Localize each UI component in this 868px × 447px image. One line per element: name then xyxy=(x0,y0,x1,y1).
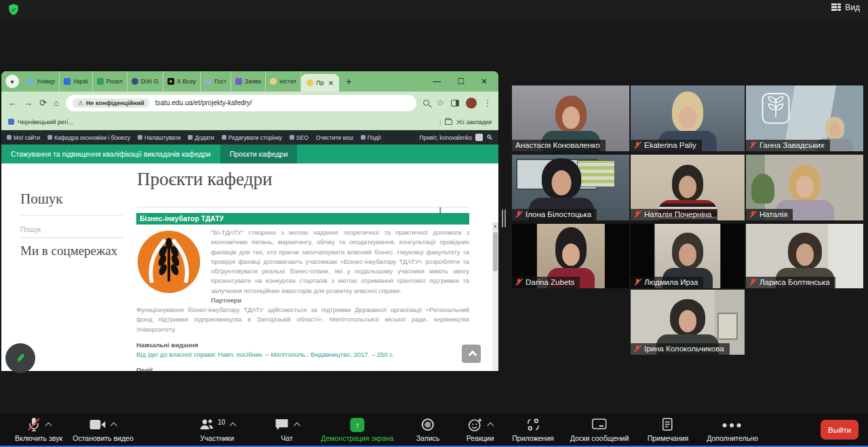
forward-icon[interactable]: → xyxy=(24,98,33,108)
admin-events[interactable]: Події xyxy=(361,134,381,141)
home-icon xyxy=(47,135,52,140)
participant-tile[interactable]: Лариса Болтянська xyxy=(746,224,863,288)
share-screen-icon: ↑ xyxy=(350,418,364,432)
reload-icon[interactable]: ⟳ xyxy=(39,98,47,108)
participant-tile[interactable]: Наталія Почерніна xyxy=(631,155,745,220)
apps-button[interactable]: Приложения xyxy=(512,417,553,442)
search-input[interactable] xyxy=(20,222,123,238)
stop-video-button[interactable]: Остановить видео xyxy=(73,417,133,442)
chevron-up-icon[interactable] xyxy=(45,423,52,429)
edition-link[interactable]: Від ідеї до власної справи: Навч. посібн… xyxy=(136,350,469,359)
zoom-meeting-window: Вид ▾ Універ Украї Розкл DiXi G X Всеу Г… xyxy=(0,0,868,447)
admin-greeting[interactable]: Привіт, konovalenko xyxy=(420,134,472,141)
browser-tab-3[interactable]: Розкл xyxy=(93,71,127,92)
browser-tab-8[interactable]: Інстит xyxy=(266,71,301,92)
more-button[interactable]: ●●● Дополнительно xyxy=(707,417,758,442)
bookmark-star-icon[interactable]: ☆ xyxy=(436,98,444,108)
participant-tile[interactable]: Darina Zubets xyxy=(512,224,629,288)
scrollbar-up-arrow[interactable]: ▲ xyxy=(492,222,498,230)
security-chip[interactable]: ⚠Не конфіденційний xyxy=(73,98,150,108)
scroll-to-top-button[interactable] xyxy=(462,345,481,363)
whiteboards-button[interactable]: Доски сообщений xyxy=(570,417,629,442)
zoom-page-icon[interactable] xyxy=(423,100,429,106)
leave-meeting-button[interactable]: Выйти xyxy=(821,420,859,440)
minimize-button[interactable]: — xyxy=(433,77,441,86)
participant-name: Лариса Болтянська xyxy=(760,278,830,286)
profile-avatar[interactable] xyxy=(466,98,477,109)
reactions-smiley-icon xyxy=(468,418,483,431)
mic-muted-icon xyxy=(749,141,756,149)
participants-button[interactable]: 10 Участники xyxy=(199,417,235,442)
shared-screen-browser: ▾ Універ Украї Розкл DiXi G X Всеу Гост … xyxy=(1,71,498,371)
maximize-button[interactable]: ☐ xyxy=(457,77,465,86)
encryption-shield-icon xyxy=(7,3,20,16)
reactions-button[interactable]: Реакции xyxy=(467,417,494,442)
chevron-up-icon[interactable] xyxy=(294,423,300,429)
participant-name: Анастасія Коноваленко xyxy=(515,141,600,149)
tab-favicon xyxy=(97,78,104,85)
participant-tile[interactable]: Ірина Колокольчикова xyxy=(631,290,745,355)
scrollbar-thumb[interactable] xyxy=(493,232,498,271)
view-button[interactable]: Вид xyxy=(831,3,860,12)
browser-tab-active[interactable]: Пр✕ xyxy=(301,74,339,92)
participant-tile[interactable]: Ekaterina Paliy xyxy=(631,85,745,151)
participant-name: Наталія Почерніна xyxy=(644,210,712,218)
admin-customize[interactable]: Налаштувати xyxy=(138,134,180,141)
participant-label: Ірина Колокольчикова xyxy=(631,343,730,355)
browser-tab-5[interactable]: X Всеу xyxy=(163,71,201,92)
back-icon[interactable]: ← xyxy=(8,98,17,108)
admin-add-new[interactable]: Додати xyxy=(188,134,214,141)
button-label: Запись xyxy=(416,434,439,442)
participant-tile[interactable]: Анастасія Коноваленко xyxy=(512,85,629,151)
admin-my-sites[interactable]: Мої сайти xyxy=(7,134,40,141)
browser-tab-1[interactable]: Універ xyxy=(23,71,60,92)
side-panel-icon[interactable] xyxy=(451,100,459,106)
nav-item-internships[interactable]: Стажування та підвищення кваліфікації ви… xyxy=(1,144,220,163)
browser-tab-4[interactable]: DiXi G xyxy=(127,71,163,92)
record-button[interactable]: Запись xyxy=(416,417,439,442)
chevron-up-icon[interactable] xyxy=(111,423,117,429)
page-scrollbar[interactable]: ▲ xyxy=(492,222,498,371)
chevron-up-icon xyxy=(468,351,477,359)
share-screen-button[interactable]: ↑ Демонстрация экрана xyxy=(321,417,393,442)
close-window-button[interactable]: ✕ xyxy=(481,77,488,86)
tab-favicon xyxy=(64,78,71,85)
browser-tab-2[interactable]: Украї xyxy=(60,71,93,92)
tab-close-icon[interactable]: ✕ xyxy=(328,79,334,87)
admin-site-name[interactable]: Кафедра економіки і бізнесу xyxy=(47,134,130,141)
participant-tile[interactable]: Наталія xyxy=(746,155,863,220)
annotate-pencil-button[interactable] xyxy=(5,343,35,373)
button-label: Приложения xyxy=(512,434,553,442)
browser-tab-7[interactable]: Заявк xyxy=(231,71,266,92)
chevron-up-icon[interactable] xyxy=(230,423,237,429)
home-icon[interactable]: ⌂ xyxy=(54,98,59,108)
new-tab-button[interactable]: + xyxy=(346,76,351,87)
nav-item-projects[interactable]: Проєкти кафедри xyxy=(220,144,298,163)
camera-icon xyxy=(90,419,106,430)
tab-search-chevron-icon[interactable]: ▾ xyxy=(5,75,19,88)
chevron-up-icon[interactable] xyxy=(487,423,494,429)
admin-clear-cache[interactable]: Очистити кеш xyxy=(316,134,353,141)
browser-tab-6[interactable]: Гост xyxy=(201,71,231,92)
notes-button[interactable]: Примечания xyxy=(648,417,689,442)
tab-favicon xyxy=(132,78,138,85)
participant-tile[interactable]: Ілона Білостоцька xyxy=(512,155,629,220)
text-cursor: I xyxy=(439,205,444,214)
pane-resize-handle[interactable] xyxy=(502,210,507,227)
all-bookmarks-button[interactable]: Усі закладки xyxy=(456,119,492,125)
admin-seo[interactable]: SEO xyxy=(290,134,309,141)
participant-tile[interactable]: Людмила Ирза xyxy=(631,224,745,288)
editions-title: Навчальні видання xyxy=(136,341,469,350)
bookmark-item[interactable]: Чернівецький регі... xyxy=(8,119,73,125)
url-field[interactable]: ⚠Не конфіденційний tsatu.edu.ua/et/proje… xyxy=(66,95,417,111)
notes-icon xyxy=(663,418,673,431)
admin-item-label: SEO xyxy=(296,134,309,141)
browser-menu-icon[interactable]: ⋮ xyxy=(484,98,492,108)
chat-button[interactable]: Чат xyxy=(275,417,300,442)
admin-edit-page[interactable]: Редагувати сторінку xyxy=(222,134,282,141)
search-icon[interactable]: 🔍︎ xyxy=(486,134,493,141)
participant-tile[interactable]: Ганна Завадських xyxy=(746,85,863,151)
button-label: Остановить видео xyxy=(73,434,133,442)
unmute-button[interactable]: Включить звук xyxy=(15,417,62,442)
sidebar-social-title: Ми в соцмережах xyxy=(20,244,117,258)
